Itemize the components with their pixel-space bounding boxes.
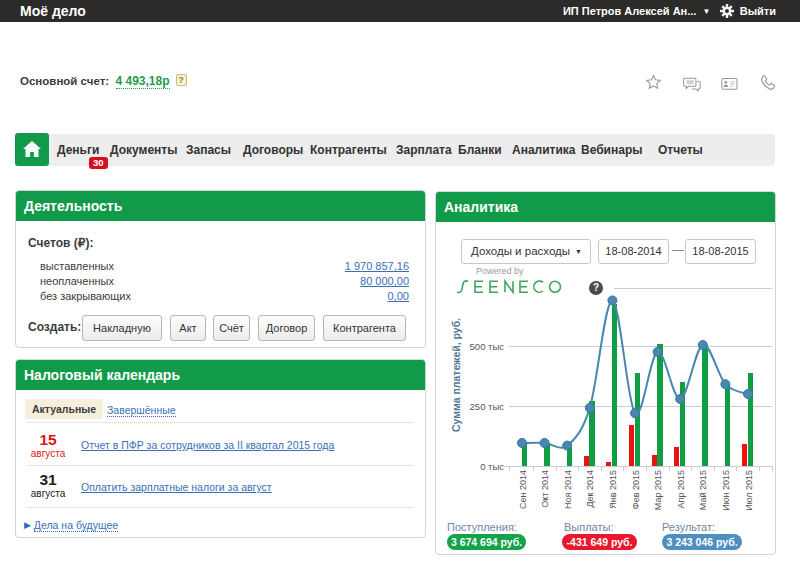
svg-text:Янв 2015: Янв 2015: [608, 470, 618, 509]
svg-text:Мар 2015: Мар 2015: [653, 470, 663, 510]
svg-text:Июл 2015: Июл 2015: [744, 470, 754, 511]
svg-text:Фев 2015: Фев 2015: [631, 470, 641, 509]
svg-text:250 тыс: 250 тыс: [470, 401, 505, 412]
svg-text:Ноя 2014: Ноя 2014: [563, 470, 573, 509]
svg-text:500 тыс: 500 тыс: [470, 341, 505, 352]
svg-text:Окт 2014: Окт 2014: [540, 470, 550, 508]
svg-text:Дек 2014: Дек 2014: [585, 470, 595, 508]
svg-text:Сумма платежей, руб.: Сумма платежей, руб.: [450, 318, 462, 432]
svg-text:Май 2015: Май 2015: [698, 470, 708, 510]
svg-text:Апр 2015: Апр 2015: [676, 470, 686, 508]
svg-text:Сен 2014: Сен 2014: [518, 470, 528, 509]
svg-text:Июн 2015: Июн 2015: [721, 470, 731, 511]
svg-text:0 тыс: 0 тыс: [480, 461, 504, 472]
